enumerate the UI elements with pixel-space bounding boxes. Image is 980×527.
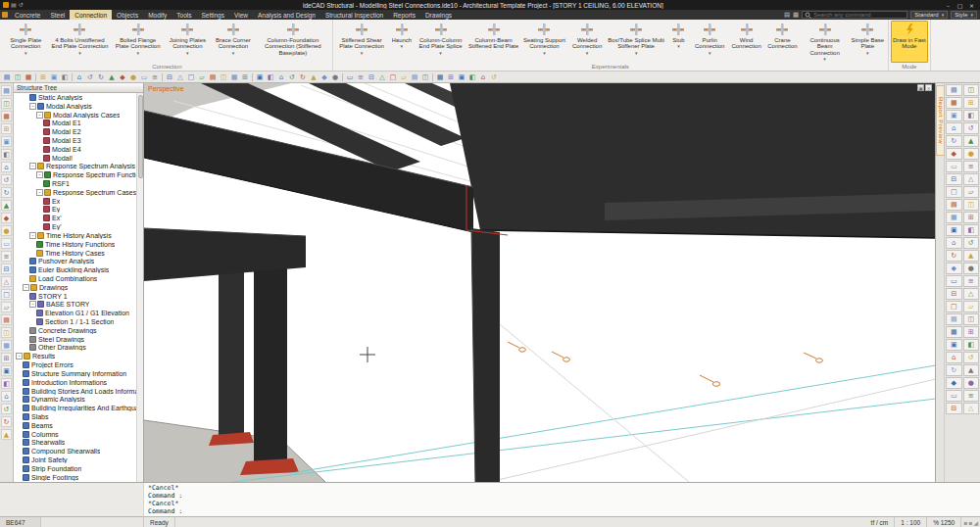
ribbon-button-stiffened-shear-plate-connection[interactable]: Stiffened Shear Plate Connection▾ xyxy=(335,21,389,63)
ribbon-button-continuous-beam-connection[interactable]: Continuous Beam Connection▾ xyxy=(802,21,849,63)
left-tool-icon-11[interactable]: ◆ xyxy=(1,213,12,223)
ribbon-button-column-column-end-plate-splice[interactable]: Column-Column End Plate Splice▾ xyxy=(415,21,466,63)
report-preview-tab[interactable]: Report Preview xyxy=(936,85,945,156)
tree-item-results[interactable]: -Results xyxy=(14,352,136,360)
right-tool-icon-34[interactable]: △ xyxy=(963,288,980,300)
right-tool-icon-20[interactable]: ◫ xyxy=(963,199,980,211)
toolbar-icon-11[interactable]: ◆ xyxy=(118,72,127,82)
ribbon-button-seating-support-connection[interactable]: Seating Support Connection▾ xyxy=(520,21,567,63)
right-tool-icon-4[interactable]: ⊞ xyxy=(963,97,980,109)
tree-expander-icon[interactable]: - xyxy=(29,163,36,169)
tree-expander-icon[interactable]: - xyxy=(16,353,23,359)
right-tool-icon-49[interactable]: ▭ xyxy=(946,390,962,402)
tree-item-static-analysis[interactable]: Static Analysis xyxy=(14,93,136,102)
right-tool-icon-1[interactable]: ▤ xyxy=(946,84,962,96)
tree-item-rsf1[interactable]: RSF1 xyxy=(14,179,136,188)
left-tool-icon-19[interactable]: ▤ xyxy=(1,314,12,325)
left-tool-icon-27[interactable]: ↻ xyxy=(1,416,12,427)
left-tool-icon-5[interactable]: ▣ xyxy=(1,136,12,147)
tree-item-modal[interactable]: Modal! xyxy=(14,154,136,163)
close-view-icon[interactable]: × xyxy=(925,84,932,91)
right-tool-icon-51[interactable]: ⊟ xyxy=(946,403,962,414)
menu-tab-objects[interactable]: Objects xyxy=(112,10,143,20)
tree-item-structure-summary-information[interactable]: Structure Summary Information xyxy=(14,369,136,378)
ribbon-button-single-plate-connection[interactable]: Single Plate Connection▾ xyxy=(4,21,47,63)
right-tool-icon-5[interactable]: ▣ xyxy=(946,110,962,121)
right-tool-icon-28[interactable]: ▲ xyxy=(963,250,980,262)
tree-item-single-footings[interactable]: Single Footings xyxy=(14,473,136,482)
right-tool-icon-7[interactable]: ⌂ xyxy=(946,122,962,134)
right-tool-icon-37[interactable]: ▤ xyxy=(946,313,962,325)
right-tool-icon-52[interactable]: △ xyxy=(963,403,980,414)
toolbar-icon-20[interactable]: ◫ xyxy=(219,72,228,82)
toolbar-icon-14[interactable]: ≡ xyxy=(150,72,160,82)
tree-item-modal-e3[interactable]: Modal E3 xyxy=(14,136,136,145)
toolbar-icon-2[interactable]: ◫ xyxy=(13,72,23,82)
right-tool-icon-26[interactable]: ↺ xyxy=(963,237,980,249)
tree-item-joint-safety[interactable]: Joint Safety xyxy=(14,455,136,464)
toolbar-icon-22[interactable]: ⊞ xyxy=(240,72,250,82)
tree-item-modal-analysis[interactable]: -Modal Analysis xyxy=(14,102,136,111)
right-tool-icon-31[interactable]: ▭ xyxy=(946,275,962,287)
ribbon-button-bolted-flange-plate-connection[interactable]: Bolted Flange Plate Connection▾ xyxy=(112,21,164,63)
tree-item-ex[interactable]: Ex' xyxy=(14,214,136,222)
toolbar-icon-42[interactable]: ◧ xyxy=(467,72,477,82)
right-tool-icon-40[interactable]: ⊞ xyxy=(963,326,980,338)
left-tool-icon-22[interactable]: ⊞ xyxy=(1,353,12,363)
tree-item-load-combinations[interactable]: Load Combinations xyxy=(14,274,136,283)
toolbar-icon-38[interactable]: ◫ xyxy=(420,72,430,82)
command-lines[interactable]: *Cancel*Command :*Cancel*Command : xyxy=(144,483,980,516)
toolbar-icon-21[interactable]: ▦ xyxy=(229,72,239,82)
toolbar-icon-24[interactable]: ◧ xyxy=(266,72,275,82)
right-tool-icon-18[interactable]: ▱ xyxy=(963,186,980,198)
right-tool-icon-2[interactable]: ◫ xyxy=(963,84,980,96)
right-tool-icon-9[interactable]: ↻ xyxy=(946,135,962,147)
toolbar-icon-5[interactable]: ▣ xyxy=(49,72,59,82)
toolbar-icon-40[interactable]: ⊞ xyxy=(446,72,456,82)
toolbar-icon-30[interactable]: ● xyxy=(330,72,340,82)
tree-item-elevation-g1-g1-elevation[interactable]: Elevation G1 / G1 Elevation xyxy=(14,309,136,317)
left-tool-icon-28[interactable]: ▲ xyxy=(1,429,12,440)
right-tool-icon-32[interactable]: ≡ xyxy=(963,275,980,287)
right-tool-icon-24[interactable]: ◧ xyxy=(963,224,980,236)
left-tool-icon-9[interactable]: ↻ xyxy=(1,187,12,198)
tree-item-base-story[interactable]: -BASE STORY xyxy=(14,301,136,310)
tree-expander-icon[interactable]: - xyxy=(36,112,43,119)
right-tool-icon-38[interactable]: ◫ xyxy=(963,313,980,325)
tree-item-modal-e1[interactable]: Modal E1 xyxy=(14,119,136,127)
toolbar-icon-7[interactable]: ⌂ xyxy=(74,72,84,82)
right-tool-icon-17[interactable]: □ xyxy=(946,186,962,198)
ribbon-button-column-foundation-connection-stiffened-baseplate[interactable]: Column-Foundation Connection (Stiffened … xyxy=(256,21,330,63)
menu-tab-concrete[interactable]: Concrete xyxy=(10,10,45,20)
tree-item-building-stories-and-loads-information[interactable]: Building Stories And Loads Information xyxy=(14,387,136,396)
tree-item-euler-buckling-analysis[interactable]: Euler Buckling Analysis xyxy=(14,265,136,274)
right-tool-icon-21[interactable]: ▦ xyxy=(946,212,962,223)
tree-item-modal-analysis-cases[interactable]: -Modal Analysis Cases xyxy=(14,111,136,120)
tree-item-steel-drawings[interactable]: Steel Drawings xyxy=(14,335,136,344)
toolbar-icon-23[interactable]: ▣ xyxy=(255,72,265,82)
tree-item-time-history-functions[interactable]: Time History Functions xyxy=(14,240,136,249)
tree-item-response-spectrum-analysis[interactable]: -Response Spectrum Analysis xyxy=(14,163,136,171)
tree-item-ey[interactable]: Ey xyxy=(14,206,136,215)
ribbon-button-haunch[interactable]: Haunch▾ xyxy=(389,21,414,63)
right-tool-icon-42[interactable]: ◧ xyxy=(963,339,980,351)
toolbar-icon-8[interactable]: ↺ xyxy=(85,72,95,82)
left-tool-icon-18[interactable]: ▱ xyxy=(1,302,12,312)
tree-expander-icon[interactable]: - xyxy=(29,301,36,308)
ribbon-button-4-bolts-unstiffened-end-plate-connection[interactable]: 4 Bolts Unstiffened End Plate Connection… xyxy=(48,21,111,63)
right-tool-icon-44[interactable]: ↺ xyxy=(963,352,980,363)
toolbar-icon-10[interactable]: ▲ xyxy=(107,72,117,82)
tree-expander-icon[interactable]: - xyxy=(29,103,36,110)
tree-item-columns[interactable]: Columns xyxy=(14,430,136,439)
left-tool-icon-10[interactable]: ▲ xyxy=(1,200,12,211)
toolbar-icon-34[interactable]: △ xyxy=(377,72,387,82)
menu-tab-reports[interactable]: Reports xyxy=(388,10,420,20)
toolbar-icon-25[interactable]: ⌂ xyxy=(276,72,286,82)
list-icon[interactable]: ▤ xyxy=(784,12,790,19)
tree-expander-icon[interactable]: - xyxy=(23,284,29,291)
left-tool-icon-14[interactable]: ≡ xyxy=(1,251,12,262)
left-tool-icon-4[interactable]: ⊞ xyxy=(1,123,12,134)
toolbar-icon-13[interactable]: ▭ xyxy=(139,72,149,82)
tree-expander-icon[interactable]: - xyxy=(29,232,36,239)
toolbar-icon-3[interactable]: ▦ xyxy=(24,72,33,82)
